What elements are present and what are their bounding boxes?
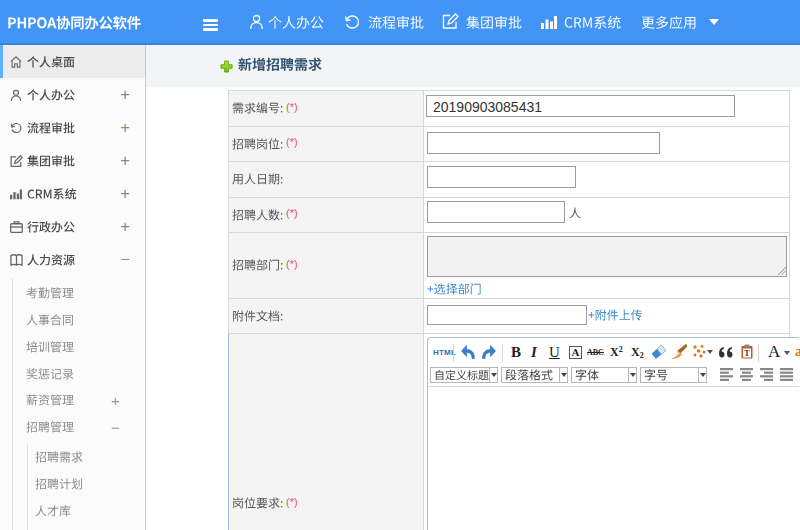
svg-text:T: T xyxy=(744,349,750,358)
